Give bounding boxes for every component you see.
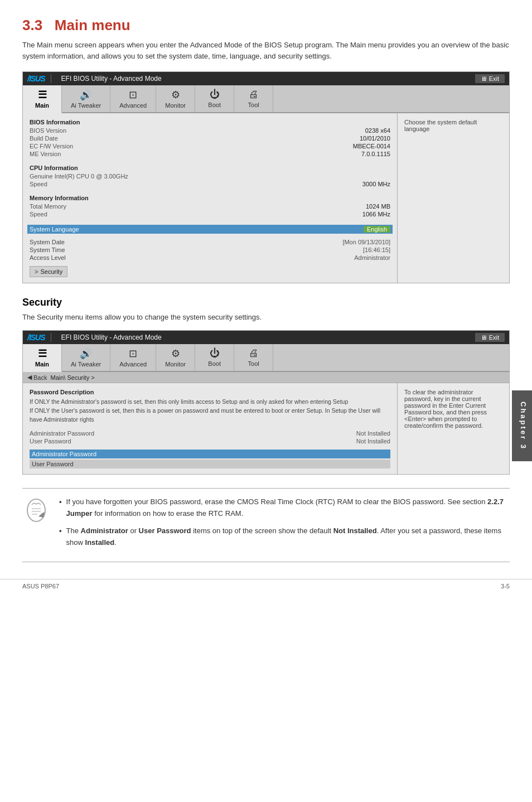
monitor-icon-2: ⚙ <box>171 347 180 360</box>
password-desc-section: Password Description If ONLY the Adminis… <box>30 389 390 424</box>
tab-ai-tweaker-1[interactable]: 🔊 Ai Tweaker <box>62 85 110 112</box>
bios-title-2: EFI BIOS Utility - Advanced Mode <box>61 334 162 341</box>
asus-logo-2: /ISUS <box>27 333 45 342</box>
total-memory-row: Total Memory 1024 MB <box>30 202 390 210</box>
section-description: The Main menu screen appears when you en… <box>22 40 510 61</box>
bios-content-2: Password Description If ONLY the Adminis… <box>23 383 509 474</box>
advanced-icon-1: ⊡ <box>129 89 137 101</box>
tab-tool-1[interactable]: 🖨 Tool <box>234 85 273 112</box>
access-level-row: Access Level Administrator <box>30 254 390 262</box>
back-arrow-icon: ◀ <box>27 374 32 381</box>
bios-titlebar-1: /ISUS EFI BIOS Utility - Advanced Mode 🖥… <box>23 72 509 85</box>
exit-button-1[interactable]: 🖥 Exit <box>475 74 505 83</box>
security-section-desc: The Security menu items allow you to cha… <box>22 313 510 321</box>
tab-boot-2[interactable]: ⏻ Boot <box>195 344 234 371</box>
tab-main-1[interactable]: ☰ Main <box>23 85 62 113</box>
tab-boot-1[interactable]: ⏻ Boot <box>195 85 234 112</box>
tool-icon-2: 🖨 <box>249 347 259 359</box>
bios-info-title: BIOS Information <box>30 119 390 125</box>
sys-date-row: System Date [Mon 09/13/2010] <box>30 238 390 246</box>
bios-nav-2: ☰ Main 🔊 Ai Tweaker ⊡ Advanced ⚙ Monitor… <box>23 344 509 372</box>
exit-button-2[interactable]: 🖥 Exit <box>475 333 505 342</box>
tab-advanced-1[interactable]: ⊡ Advanced <box>110 85 156 112</box>
chapter-label: Chapter 3 <box>512 390 532 461</box>
bios-left-panel-1: BIOS Information BIOS Version 0238 x64 B… <box>23 113 398 283</box>
bios-info-section: BIOS Information BIOS Version 0238 x64 B… <box>30 119 390 158</box>
arrow-icon: > <box>35 268 38 275</box>
asus-logo-1: /ISUS <box>27 74 45 83</box>
tab-advanced-2[interactable]: ⊡ Advanced <box>110 344 156 371</box>
exit-icon-2: 🖥 <box>481 334 487 341</box>
main-icon-2: ☰ <box>38 347 47 360</box>
bios-screenshot-2: /ISUS EFI BIOS Utility - Advanced Mode 🖥… <box>22 330 510 475</box>
page-footer: ASUS P8P67 3-5 <box>0 579 532 593</box>
note-item-2: The Administrator or User Password items… <box>59 525 510 549</box>
tab-tool-2[interactable]: 🖨 Tool <box>234 344 273 371</box>
footer-right: 3-5 <box>501 583 510 590</box>
back-button[interactable]: ◀ Back <box>27 374 47 381</box>
user-pwd-highlight[interactable]: User Password <box>30 460 390 468</box>
notes-list: If you have forgotten your BIOS password… <box>59 496 510 554</box>
cpu-speed-row: Speed 3000 MHz <box>30 180 390 188</box>
date-time-section: System Date [Mon 09/13/2010] System Time… <box>30 238 390 262</box>
notes-section: If you have forgotten your BIOS password… <box>22 488 510 562</box>
memory-info-title: Memory Information <box>30 195 390 201</box>
svg-point-0 <box>27 499 45 521</box>
ai-icon-1: 🔊 <box>80 89 92 101</box>
user-pwd-row: User Password Not Installed <box>30 437 390 445</box>
bios-content-1: BIOS Information BIOS Version 0238 x64 B… <box>23 113 509 283</box>
pwd-desc-text: If ONLY the Administrator's password is … <box>30 398 390 424</box>
system-language-row[interactable]: System Language English <box>27 225 393 234</box>
monitor-icon-1: ⚙ <box>171 89 180 101</box>
bios-screenshot-1: /ISUS EFI BIOS Utility - Advanced Mode 🖥… <box>22 71 510 283</box>
mem-speed-row: Speed 1066 MHz <box>30 210 390 218</box>
exit-icon-1: 🖥 <box>481 75 487 82</box>
tab-main-2[interactable]: ☰ Main <box>23 344 62 372</box>
bios-left-panel-2: Password Description If ONLY the Adminis… <box>23 383 398 474</box>
cpu-model-row: Genuine Intel(R) CPU 0 @ 3.00GHz <box>30 172 390 180</box>
build-date-row: Build Date 10/01/2010 <box>30 134 390 142</box>
tab-monitor-1[interactable]: ⚙ Monitor <box>156 85 195 112</box>
cpu-info-title: CPU Information <box>30 165 390 171</box>
boot-icon-2: ⏻ <box>210 347 220 359</box>
sys-time-row: System Time [16:46:15] <box>30 246 390 254</box>
ai-icon-2: 🔊 <box>80 347 92 360</box>
section-title: 3.3 Main menu <box>22 17 510 34</box>
main-icon-1: ☰ <box>38 89 47 101</box>
bios-right-panel-2: To clear the administrator password, key… <box>398 383 509 474</box>
me-version-row: ME Version 7.0.0.1115 <box>30 150 390 158</box>
bios-version-row: BIOS Version 0238 x64 <box>30 127 390 134</box>
boot-icon-1: ⏻ <box>210 89 220 100</box>
admin-pwd-highlight[interactable]: Administrator Password <box>30 450 390 458</box>
bios-titlebar-2: /ISUS EFI BIOS Utility - Advanced Mode 🖥… <box>23 331 509 344</box>
bios-right-panel-1: Choose the system default language <box>398 113 509 283</box>
breadcrumb-bar: ◀ Back Main\ Security > <box>23 372 509 383</box>
bios-title-1: EFI BIOS Utility - Advanced Mode <box>61 75 162 83</box>
security-button[interactable]: > Security <box>30 266 67 277</box>
bios-nav-1: ☰ Main 🔊 Ai Tweaker ⊡ Advanced ⚙ Monitor… <box>23 85 509 113</box>
tab-monitor-2[interactable]: ⚙ Monitor <box>156 344 195 371</box>
notes-icon <box>22 496 50 529</box>
tab-ai-tweaker-2[interactable]: 🔊 Ai Tweaker <box>62 344 110 371</box>
security-section-title: Security <box>22 297 510 308</box>
ec-fw-row: EC F/W Version MBECE-0014 <box>30 142 390 150</box>
cpu-info-section: CPU Information Genuine Intel(R) CPU 0 @… <box>30 165 390 188</box>
breadcrumb-text: Main\ Security > <box>50 374 94 381</box>
footer-left: ASUS P8P67 <box>22 583 59 590</box>
tool-icon-1: 🖨 <box>249 89 259 100</box>
advanced-icon-2: ⊡ <box>129 347 137 360</box>
pwd-desc-title: Password Description <box>30 389 390 395</box>
note-item-1: If you have forgotten your BIOS password… <box>59 496 510 520</box>
admin-pwd-row: Administrator Password Not Installed <box>30 429 390 437</box>
memory-info-section: Memory Information Total Memory 1024 MB … <box>30 195 390 218</box>
